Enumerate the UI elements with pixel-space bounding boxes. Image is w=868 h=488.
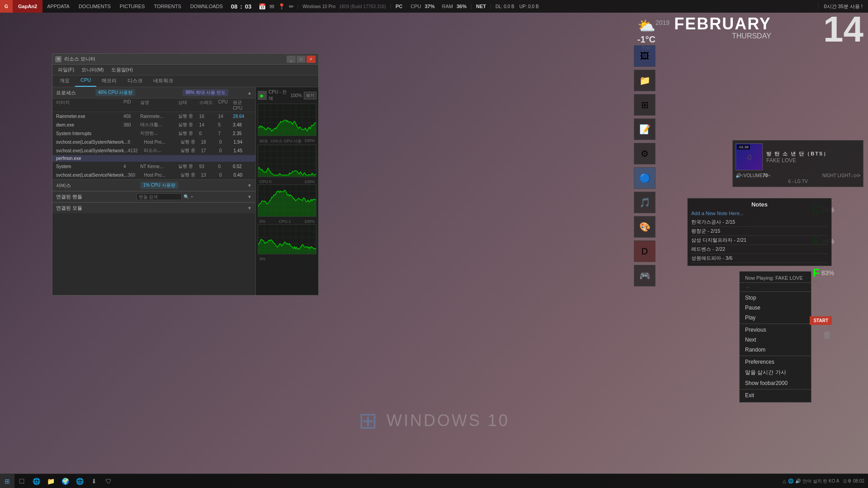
table-row[interactable]: System Interrupts 지연된... 실행 중 0 7 2.35 xyxy=(52,129,255,138)
nav-documents[interactable]: DOCUMENTS xyxy=(74,0,115,13)
ctx-previous[interactable]: Previous xyxy=(740,325,811,335)
notes-item-5[interactable]: 성원애드피아 - 3/6 xyxy=(691,254,828,263)
start-button[interactable]: START xyxy=(810,316,832,325)
nav-pictures[interactable]: PICTURES xyxy=(115,0,150,13)
taskbar-search[interactable]: ☐ xyxy=(14,474,29,488)
nav-torrents[interactable]: TORRENTS xyxy=(149,0,185,13)
handle-add-icon[interactable]: + xyxy=(191,194,193,199)
notes-add-button[interactable]: Add a New Note Here... xyxy=(691,211,828,216)
view-button[interactable]: 보기 xyxy=(304,92,316,99)
tray-network[interactable]: 🌐 xyxy=(788,479,793,483)
modules-expand-arrow[interactable]: ▼ xyxy=(247,206,252,211)
tab-memory[interactable]: 메모리 xyxy=(96,75,122,87)
ctx-lyrics[interactable]: 말을 삶시간 가사 xyxy=(740,367,811,378)
desk-icon-game[interactable]: 🎮 xyxy=(634,265,656,286)
music-info: 방 탄 소 년 단（BTS） FAKE LOVE xyxy=(766,150,860,164)
col-threads: 스레드 xyxy=(199,99,218,111)
cpu-usage-badge: 46% CPU 사용량 xyxy=(95,89,136,96)
music-art-placeholder: ♫ xyxy=(746,152,752,162)
tm-close-btn[interactable]: ✕ xyxy=(307,56,316,63)
session-time-text: 0시간 35분 사용 ! xyxy=(824,4,863,9)
nav-downloads[interactable]: DOWNLOADS xyxy=(186,0,227,13)
app-logo[interactable]: G xyxy=(0,0,13,13)
desk-icon-app2[interactable]: 🎨 xyxy=(634,216,656,238)
desk-icon-settings[interactable]: ⚙ xyxy=(634,143,656,164)
ctx-item-arrow: → xyxy=(740,284,811,291)
tm-minimize-btn[interactable]: _ xyxy=(287,56,296,63)
table-row[interactable]: System 4 NT Kerne... 실행 중 93 0 0.52 xyxy=(52,162,255,171)
cpu-0-graph xyxy=(258,184,316,217)
notes-item-4[interactable]: 레드벤스 - 2/22 xyxy=(691,245,828,254)
tray-arrow[interactable]: △ xyxy=(783,479,786,483)
table-row[interactable]: svchost.exe(LocalSystemNetwork... 8 Host… xyxy=(52,138,255,146)
ctx-stop[interactable]: Stop xyxy=(740,293,811,303)
taskbar-ie[interactable]: 🌐 xyxy=(29,474,43,488)
trash-icon[interactable]: 🗑 xyxy=(823,330,832,340)
location-icon[interactable]: 📍 xyxy=(278,3,285,10)
ctx-preferences[interactable]: Preferences xyxy=(740,357,811,367)
notes-item-2[interactable]: 평창군 - 2/15 xyxy=(691,227,828,236)
tm-menu-file[interactable]: 파일(F) xyxy=(54,66,78,74)
process-expand-arrow[interactable]: ▲ xyxy=(247,90,252,95)
tab-disk[interactable]: 디스크 xyxy=(122,75,148,87)
ctx-random[interactable]: Random xyxy=(740,345,811,355)
taskbar-downloader[interactable]: ⬇ xyxy=(87,474,101,488)
volume-icon[interactable]: 🔊 xyxy=(736,173,741,178)
ctx-next[interactable]: Next xyxy=(740,335,811,345)
table-row[interactable]: svchost.exe(LocalSystemNetwork... 4132 리… xyxy=(52,146,255,155)
desk-icon-photoshop[interactable]: 🖼 xyxy=(634,45,656,67)
tray-volume[interactable]: 🔊 xyxy=(795,479,801,483)
ctx-play[interactable]: Play xyxy=(740,313,811,323)
handles-section-header: 연결된 핸들 🔍 + ▼ xyxy=(52,191,255,202)
col-pid: PID xyxy=(123,99,140,111)
notes-item-3[interactable]: 삼성 디지털프라자 - 2/21 xyxy=(691,236,828,245)
tab-cpu[interactable]: CPU xyxy=(75,75,96,87)
table-row[interactable]: dwm.exe 380 데스크톱... 실행 중 14 5 3.48 xyxy=(52,121,255,129)
calendar-icon[interactable]: 📅 xyxy=(259,3,266,10)
dl-label: DL: xyxy=(495,4,503,9)
dl-value: 0.0 B xyxy=(504,4,514,9)
tm-maximize-btn[interactable]: □ xyxy=(297,56,306,63)
start-menu-button[interactable]: ⊞ xyxy=(0,474,14,488)
ctx-show-foobar[interactable]: Show foobar2000 xyxy=(740,378,811,388)
mail-icon[interactable]: ✉ xyxy=(269,3,274,10)
handle-search-input[interactable] xyxy=(137,193,182,200)
service-expand-arrow[interactable]: ▼ xyxy=(247,183,252,188)
taskbar-browser2[interactable]: 🌐 xyxy=(72,474,87,488)
taskbar-chrome[interactable]: 🌍 xyxy=(58,474,72,488)
graph-cpu0-info: 0% CPU 1 100% xyxy=(258,219,316,224)
desk-icon-d[interactable]: D xyxy=(634,240,656,262)
col-status: 상태 xyxy=(178,99,199,111)
win10-label: WINDOWS 10 xyxy=(387,411,509,430)
app-title[interactable]: GapAn2 xyxy=(13,0,42,13)
tab-network[interactable]: 네트워크 xyxy=(148,75,179,87)
vol-increase[interactable]: + xyxy=(768,173,770,178)
desk-icon-search[interactable]: 🔵 xyxy=(634,167,656,189)
night-light-auto[interactable]: ⟳ xyxy=(857,173,860,178)
tm-menu-monitor[interactable]: 모니터(M) xyxy=(78,66,108,74)
table-row[interactable]: perfmon.exe xyxy=(52,155,255,162)
night-light-toggle[interactable]: ⊙ xyxy=(853,173,857,178)
desk-icon-notepad[interactable]: 📝 xyxy=(634,118,656,140)
taskbar-explorer[interactable]: 📁 xyxy=(43,474,58,488)
desk-icon-folder[interactable]: 📁 xyxy=(634,70,656,91)
up-value: 0.0 B xyxy=(528,4,538,9)
desk-icon-music[interactable]: 🎵 xyxy=(634,192,656,213)
pencil-icon[interactable]: ✏ xyxy=(289,3,294,10)
table-row[interactable]: Rainmeter.exe 456 Rainmete... 실행 중 16 14… xyxy=(52,112,255,121)
table-row[interactable]: svchost.exe(LocalServiceNetwork... 360 H… xyxy=(52,171,255,179)
notes-item-1[interactable]: 한국가스공사 - 2/15 xyxy=(691,218,828,227)
ctx-exit[interactable]: Exit xyxy=(740,390,811,400)
nav-appdata[interactable]: APPDATA xyxy=(42,0,74,13)
desk-icon-windows[interactable]: ⊞ xyxy=(634,94,656,116)
service-section-header: 서비스 1% CPU 사용량 ▼ xyxy=(52,179,255,191)
cpu-play-button[interactable]: ▶ xyxy=(258,91,267,100)
app-title-text: GapAn2 xyxy=(18,4,37,9)
date-month-day: FEBRUARY THURSDAY xyxy=(674,16,771,40)
tm-menu-help[interactable]: 도움말(H) xyxy=(108,66,137,74)
search-icon[interactable]: 🔍 xyxy=(184,194,189,199)
handles-expand-arrow[interactable]: ▼ xyxy=(247,194,252,199)
taskbar-security[interactable]: 🛡 xyxy=(101,474,116,488)
ctx-pause[interactable]: Pause xyxy=(740,303,811,313)
tab-overview[interactable]: 개요 xyxy=(54,75,75,87)
